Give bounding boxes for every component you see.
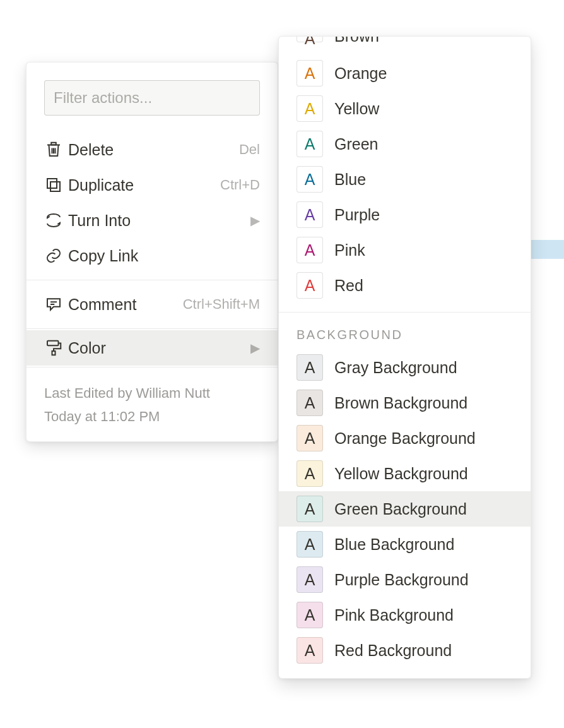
last-edited-meta: Last Edited by William Nutt Today at 11:… xyxy=(26,369,278,435)
color-option[interactable]: ABrown Background xyxy=(279,385,531,421)
turn-into-action[interactable]: Turn Into ▶ xyxy=(26,203,278,238)
color-option-label: Green xyxy=(334,135,378,153)
swatch-icon: A xyxy=(297,531,323,558)
divider xyxy=(26,328,278,329)
swatch-icon: A xyxy=(297,566,323,593)
duplicate-shortcut: Ctrl+D xyxy=(220,177,260,193)
copy-link-action[interactable]: Copy Link xyxy=(26,238,278,273)
color-option-label: Brown xyxy=(334,37,379,45)
color-option-label: Green Background xyxy=(334,500,467,518)
swatch-icon: A xyxy=(297,60,323,87)
divider xyxy=(26,367,278,367)
swatch-icon: A xyxy=(297,460,323,487)
color-option-label: Gray Background xyxy=(334,359,457,377)
chevron-right-icon: ▶ xyxy=(250,213,260,228)
color-option-label: Blue Background xyxy=(334,535,454,554)
turn-into-label: Turn Into xyxy=(68,212,250,230)
delete-shortcut: Del xyxy=(239,141,260,158)
color-option-label: Purple Background xyxy=(334,571,469,589)
color-option-label: Purple xyxy=(334,206,380,224)
last-edited-time: Today at 11:02 PM xyxy=(44,405,260,428)
delete-label: Delete xyxy=(68,141,239,159)
comment-label: Comment xyxy=(68,295,183,314)
text-selection-strip xyxy=(531,240,564,259)
chevron-right-icon: ▶ xyxy=(250,340,260,355)
svg-rect-2 xyxy=(47,341,59,346)
svg-rect-1 xyxy=(47,179,57,188)
color-option-label: Orange xyxy=(334,64,387,83)
color-label: Color xyxy=(68,339,250,357)
color-option[interactable]: AOrange xyxy=(279,56,531,91)
comment-action[interactable]: Comment Ctrl+Shift+M xyxy=(26,287,278,322)
actions-section: Delete Del Duplicate Ctrl+D Turn Into ▶ xyxy=(26,127,278,278)
color-option[interactable]: APink Background xyxy=(279,597,531,633)
color-option-label: Red Background xyxy=(334,641,452,660)
swatch-icon: A xyxy=(297,390,323,416)
duplicate-icon xyxy=(44,176,68,194)
comment-shortcut: Ctrl+Shift+M xyxy=(183,296,260,313)
divider xyxy=(279,312,531,313)
color-submenu: A Brown AOrangeAYellowAGreenABlueAPurple… xyxy=(278,36,531,679)
trash-icon xyxy=(44,140,68,159)
swatch-icon: A xyxy=(297,425,323,451)
color-option-label: Yellow Background xyxy=(334,465,468,483)
color-option[interactable]: AGreen Background xyxy=(279,491,531,527)
color-option[interactable]: AYellow xyxy=(279,91,531,126)
color-option-brown-partial[interactable]: A Brown xyxy=(279,37,531,56)
background-section-header: BACKGROUND xyxy=(279,314,531,350)
swatch-icon: A xyxy=(297,131,323,157)
svg-rect-3 xyxy=(52,351,56,355)
color-option[interactable]: APurple xyxy=(279,197,531,232)
swatch-icon: A xyxy=(297,602,323,628)
color-option[interactable]: AYellow Background xyxy=(279,456,531,491)
block-context-menu: Delete Del Duplicate Ctrl+D Turn Into ▶ xyxy=(26,62,278,442)
text-colors-list: AOrangeAYellowAGreenABlueAPurpleAPinkARe… xyxy=(279,56,531,303)
duplicate-label: Duplicate xyxy=(68,176,220,194)
swatch-icon: A xyxy=(297,354,323,381)
color-option-label: Yellow xyxy=(334,100,379,118)
delete-action[interactable]: Delete Del xyxy=(26,132,278,167)
comment-icon xyxy=(44,295,68,314)
color-option[interactable]: ABlue Background xyxy=(279,527,531,562)
background-colors-list: AGray BackgroundABrown BackgroundAOrange… xyxy=(279,350,531,668)
divider xyxy=(26,280,278,280)
color-option-label: Orange Background xyxy=(334,429,476,448)
color-option-label: Pink xyxy=(334,241,365,260)
filter-container xyxy=(44,80,260,116)
swatch-icon: A xyxy=(297,496,323,522)
color-option[interactable]: ARed xyxy=(279,268,531,303)
color-action[interactable]: Color ▶ xyxy=(26,330,278,366)
filter-actions-input[interactable] xyxy=(44,80,260,116)
color-option[interactable]: AGray Background xyxy=(279,350,531,385)
color-section: Color ▶ xyxy=(26,330,278,366)
color-option[interactable]: APink xyxy=(279,232,531,268)
color-option[interactable]: APurple Background xyxy=(279,562,531,597)
color-option[interactable]: ABlue xyxy=(279,162,531,197)
link-icon xyxy=(44,246,68,265)
svg-rect-0 xyxy=(50,182,60,191)
swatch-icon: A xyxy=(297,95,323,122)
swatch-icon: A xyxy=(297,37,323,42)
copy-link-label: Copy Link xyxy=(68,247,260,265)
swatch-icon: A xyxy=(297,237,323,263)
color-option-label: Pink Background xyxy=(334,606,454,624)
swatch-icon: A xyxy=(297,637,323,664)
swatch-icon: A xyxy=(297,166,323,193)
color-option[interactable]: AOrange Background xyxy=(279,421,531,456)
color-scroll-region: A Brown AOrangeAYellowAGreenABlueAPurple… xyxy=(279,37,531,668)
last-edited-by: Last Edited by William Nutt xyxy=(44,381,260,405)
duplicate-action[interactable]: Duplicate Ctrl+D xyxy=(26,167,278,203)
swatch-icon: A xyxy=(297,201,323,228)
color-option[interactable]: AGreen xyxy=(279,126,531,162)
color-option[interactable]: ARed Background xyxy=(279,633,531,668)
swatch-icon: A xyxy=(297,272,323,299)
turn-into-icon xyxy=(44,211,68,230)
comment-section: Comment Ctrl+Shift+M xyxy=(26,282,278,327)
color-option-label: Red xyxy=(334,277,363,295)
color-option-label: Blue xyxy=(334,170,366,189)
paint-roller-icon xyxy=(44,338,68,357)
color-option-label: Brown Background xyxy=(334,394,467,412)
